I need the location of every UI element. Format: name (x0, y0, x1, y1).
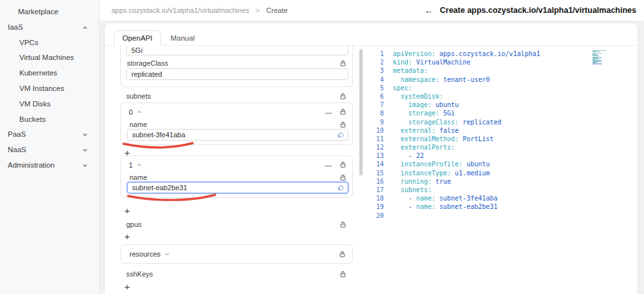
code-text: image: ubuntu (393, 101, 459, 109)
line-number: 4 (370, 75, 393, 84)
subnet-0-input-wrap (127, 129, 348, 141)
subnet-1-name-label-row: name (129, 173, 346, 181)
remove-subnet-1-button[interactable]: — (323, 161, 334, 169)
storage-class-input[interactable] (126, 68, 348, 80)
sidebar-item-label: Buckets (19, 115, 46, 123)
chevron-up-icon (137, 109, 142, 115)
line-number: 19 (370, 202, 393, 211)
minimap[interactable] (592, 50, 607, 66)
add-sshkey-button[interactable]: + (124, 282, 130, 291)
code-text: kind: VirtualMachine (393, 58, 470, 66)
sidebar-item-vpcs[interactable]: VPCs (0, 35, 99, 51)
sidebar-item-virtual-machines[interactable]: Virtual Machines (0, 50, 99, 66)
sidebar-item-label: Virtual Machines (19, 54, 74, 61)
page-title-wrap: ← Create apps.cozystack.io/v1alpha1/virt… (424, 6, 636, 15)
resources-expander[interactable]: resources (120, 244, 353, 264)
sidebar-item-naas[interactable]: NaaS (0, 142, 99, 158)
code-line: 17 subnets: (370, 186, 638, 194)
add-subnet-button-2[interactable]: + (124, 206, 130, 215)
line-number: 11 (370, 135, 393, 143)
subnet-item-0-header[interactable]: 0 — (129, 107, 346, 117)
sidebar-item-label: VM Instances (19, 84, 64, 92)
gpus-label-row: gpus (120, 220, 353, 228)
code-text: externalPorts: (393, 143, 455, 152)
code-text: externalMethod: PortList (393, 135, 494, 143)
line-number: 17 (370, 186, 393, 194)
sidebar-items: MarketplaceIaaSVPCsVirtual MachinesKuber… (0, 5, 99, 173)
form-scrollbar-thumb[interactable] (359, 49, 363, 175)
sidebar-item-vm-disks[interactable]: VM Disks (0, 97, 99, 112)
line-number: 5 (370, 84, 393, 92)
code-line: 8 storage: 5Gi (370, 109, 638, 117)
breadcrumb-separator: > (256, 6, 260, 14)
tab-openapi[interactable]: OpenAPI (114, 30, 161, 46)
lock-icon (339, 161, 346, 168)
code-text: - name: subnet-eab2be31 (393, 202, 498, 211)
sidebar-item-label: Kubernetes (19, 69, 57, 77)
sidebar-item-vm-instances[interactable]: VM Instances (0, 81, 99, 97)
storage-size-input[interactable]: 5Gi (126, 46, 348, 55)
code-text: namespace: tenant-user0 (393, 75, 490, 84)
line-number: 18 (370, 194, 393, 202)
sidebar-item-administration[interactable]: Administration (0, 158, 99, 173)
thumbs-up-icon[interactable] (337, 184, 345, 191)
subnet-0-name-label-row: name (129, 121, 346, 128)
yaml-editor[interactable]: 1apiVersion: apps.cozystack.io/v1alpha12… (370, 46, 638, 294)
subnet-0-name-input[interactable] (127, 129, 348, 141)
line-number: 10 (370, 126, 393, 135)
remove-subnet-0-button[interactable]: — (323, 108, 334, 116)
subnet-1-name-input[interactable] (127, 182, 348, 193)
sidebar-item-marketplace[interactable]: Marketplace (0, 5, 99, 20)
sidebar-item-label: PaaS (8, 130, 26, 138)
line-number: 8 (370, 109, 393, 117)
code-text: - name: subnet-3fe41aba (393, 194, 498, 202)
storage-field-group: 5Gi storageClass (120, 46, 353, 87)
line-number: 6 (370, 92, 393, 101)
sidebar-item-label: VM Disks (19, 100, 51, 108)
line-number: 2 (370, 58, 393, 66)
sidebar-item-label: IaaS (8, 23, 23, 31)
lock-icon (339, 60, 346, 67)
lock-icon (339, 271, 346, 278)
tab-manual[interactable]: Manual (162, 30, 204, 46)
sidebar-item-paas[interactable]: PaaS (0, 127, 99, 142)
code-line: 5spec: (370, 84, 638, 92)
add-gpu-button[interactable]: + (124, 231, 130, 241)
line-number: 7 (370, 101, 393, 109)
subnet-item-0-index: 0 (129, 108, 133, 116)
code-line: 18 - name: subnet-3fe41aba (370, 194, 638, 202)
chevron-up-icon (137, 162, 142, 168)
code-line: 7 image: ubuntu (370, 101, 638, 109)
lock-icon (339, 251, 346, 258)
sidebar-item-label: VPCs (19, 39, 38, 46)
back-arrow-icon[interactable]: ← (424, 6, 433, 15)
subnet-item-1-index: 1 (129, 161, 133, 169)
line-number: 1 (370, 50, 393, 58)
breadcrumb: apps.cozystack.io/v1alpha1/virtualmachin… (111, 6, 288, 14)
code-text: spec: (393, 84, 412, 92)
code-line: 9 storageClass: replicated (370, 118, 638, 126)
line-number: 3 (370, 66, 393, 75)
sidebar-item-buckets[interactable]: Buckets (0, 112, 99, 128)
code-text: apiVersion: apps.cozystack.io/v1alpha1 (393, 50, 540, 58)
sidebar-item-kubernetes[interactable]: Kubernetes (0, 66, 99, 81)
lock-icon (339, 121, 346, 128)
code-text: - 22 (393, 152, 424, 160)
line-number: 15 (370, 169, 393, 177)
topbar: apps.cozystack.io/v1alpha1/virtualmachin… (100, 0, 644, 21)
thumbs-up-icon[interactable] (337, 131, 345, 139)
code-text: storageClass: replicated (393, 118, 502, 126)
line-number: 12 (370, 143, 393, 152)
line-number: 9 (370, 118, 393, 126)
line-number: 13 (370, 152, 393, 160)
code-line: 16 running: true (370, 177, 638, 186)
subnet-item-1-header[interactable]: 1 — (129, 160, 346, 170)
breadcrumb-path[interactable]: apps.cozystack.io/v1alpha1/virtualmachin… (111, 6, 249, 14)
code-text: instanceProfile: ubuntu (393, 160, 490, 168)
page-title: Create apps.cozystack.io/v1alpha1/virtua… (440, 6, 636, 15)
sidebar-item-iaas[interactable]: IaaS (0, 20, 99, 35)
chevron-down-icon (82, 132, 88, 138)
code-line: 19 - name: subnet-eab2be31 (370, 202, 638, 211)
code-text: instanceType: u1.medium (393, 169, 490, 177)
sshkeys-label-row: sshKeys (120, 270, 353, 278)
